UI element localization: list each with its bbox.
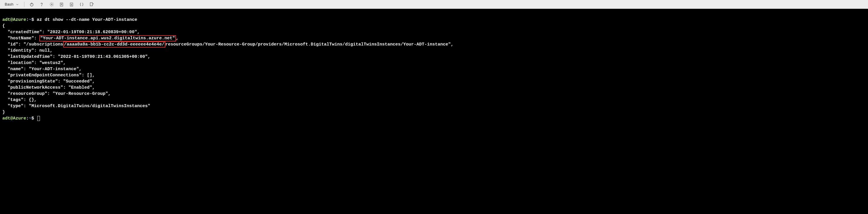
help-icon[interactable] bbox=[37, 1, 46, 8]
json-privateEndpoint: "privateEndpointConnections": [], bbox=[2, 73, 95, 78]
terminal-output[interactable]: adt@Azure:~$ az dt show --dt-name Your-A… bbox=[0, 9, 868, 123]
highlight-subscription-id: /aaaa0a0a-bb1b-cc2c-dd3d-eeeeee4e4e4e/ bbox=[63, 41, 165, 48]
prompt-path: ~ bbox=[29, 17, 31, 22]
terminal-toolbar: Bash bbox=[0, 0, 868, 9]
json-type: "type": "Microsoft.DigitalTwins/digitalT… bbox=[2, 103, 150, 109]
svg-point-2 bbox=[41, 5, 42, 6]
json-createdTime-val: "2022-01-19T00:21:18.620839+00:00", bbox=[47, 30, 140, 35]
shell-label: Bash bbox=[5, 2, 13, 6]
command-text bbox=[34, 17, 37, 22]
json-tags: "tags": {}, bbox=[2, 97, 37, 102]
svg-point-3 bbox=[51, 4, 52, 5]
json-resourceGroup: "resourceGroup": "Your-Resource-Group", bbox=[2, 91, 111, 96]
json-id-key: "id": "/subscriptions bbox=[2, 42, 63, 47]
json-identity: "identity": null, bbox=[2, 48, 53, 53]
braces-icon[interactable] bbox=[77, 1, 86, 8]
json-open: { bbox=[2, 24, 5, 28]
prompt-colon: : bbox=[26, 116, 29, 121]
json-lastUpdatedTime: "lastUpdatedTime": "2022-01-19T00:21:43.… bbox=[2, 54, 150, 59]
prompt-symbol: $ bbox=[31, 116, 34, 121]
json-close: } bbox=[2, 110, 5, 115]
json-publicNetworkAccess: "publicNetworkAccess": "Enabled", bbox=[2, 85, 95, 90]
json-createdTime-key: "createdTime": bbox=[2, 30, 47, 35]
cursor bbox=[37, 116, 40, 121]
prompt-user: adt@Azure bbox=[2, 17, 26, 22]
json-location: "location": "westus2", bbox=[2, 60, 66, 65]
new-file-icon[interactable] bbox=[87, 1, 96, 8]
chevron-down-icon bbox=[16, 3, 19, 6]
gear-icon[interactable] bbox=[47, 1, 56, 8]
json-name: "name": "Your-ADT-instance", bbox=[2, 67, 82, 72]
json-hostName-key: "hostName": bbox=[2, 36, 39, 41]
download-icon[interactable] bbox=[67, 1, 76, 8]
power-icon[interactable] bbox=[27, 1, 36, 8]
json-provisioningState: "provisioningState": "Succeeded", bbox=[2, 79, 95, 84]
prompt-colon: : bbox=[26, 17, 29, 22]
highlight-hostname: "Your-ADT-instance.api.wus2.digitaltwins… bbox=[39, 35, 176, 41]
svg-rect-6 bbox=[90, 3, 93, 6]
upload-icon[interactable] bbox=[57, 1, 66, 8]
shell-select[interactable]: Bash bbox=[2, 1, 21, 7]
json-hostName-end: , bbox=[176, 36, 179, 41]
prompt-user: adt@Azure bbox=[2, 116, 26, 121]
json-id-rest: resourceGroups/Your-Resource-Group/provi… bbox=[165, 42, 454, 47]
prompt-path: ~ bbox=[29, 116, 31, 121]
divider bbox=[24, 2, 24, 7]
command-text: az dt show --dt-name Your-ADT-instance bbox=[37, 17, 137, 22]
prompt-symbol: $ bbox=[31, 17, 34, 22]
